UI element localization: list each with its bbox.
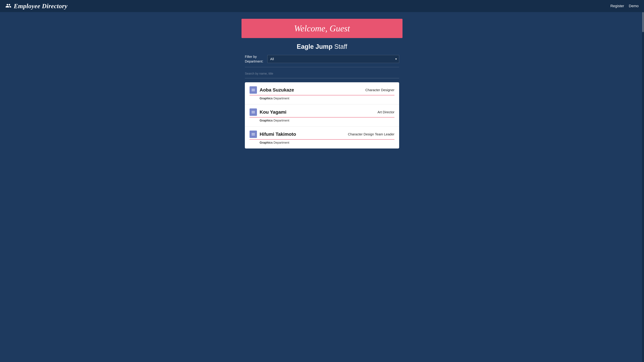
employee-item: Kou Yagami Art Director Graphics Departm…	[245, 104, 399, 126]
employee-left: Aoba Suzukaze	[250, 86, 294, 94]
nav-links: Register Demo	[610, 4, 639, 8]
welcome-text: Welcome, Guest	[294, 24, 350, 33]
employee-item: Hifumi Takimoto Character Design Team Le…	[245, 126, 399, 148]
employee-department: Graphics Department	[250, 119, 394, 122]
search-row	[245, 70, 399, 78]
employee-header: Aoba Suzukaze Character Designer	[250, 86, 394, 95]
employee-title: Art Director	[378, 110, 394, 114]
nav-left: Employee Directory	[5, 2, 68, 10]
main-content: Welcome, Guest Eagle Jump Staff Filter b…	[238, 19, 406, 148]
employee-department: Graphics Department	[250, 141, 394, 144]
welcome-banner: Welcome, Guest	[242, 19, 402, 38]
employee-avatar-icon	[250, 108, 257, 116]
staff-title: Eagle Jump Staff	[245, 43, 399, 50]
filter-label: Filter by Department:	[245, 54, 263, 64]
employee-list: Aoba Suzukaze Character Designer Graphic…	[245, 82, 399, 148]
demo-link[interactable]: Demo	[629, 4, 639, 8]
navbar: Employee Directory Register Demo	[0, 0, 644, 12]
employee-left: Kou Yagami	[250, 108, 286, 116]
department-filter-wrapper: All Graphics Sound Planning General Affa…	[267, 55, 399, 63]
employee-left: Hifumi Takimoto	[250, 131, 296, 138]
employee-item: Aoba Suzukaze Character Designer Graphic…	[245, 82, 399, 104]
department-select[interactable]: All Graphics Sound Planning General Affa…	[267, 55, 399, 63]
employee-avatar-icon	[250, 131, 257, 138]
employee-title: Character Designer	[366, 88, 394, 92]
employee-header: Hifumi Takimoto Character Design Team Le…	[250, 131, 394, 140]
employee-name: Aoba Suzukaze	[260, 87, 294, 93]
employee-avatar-icon	[250, 86, 257, 94]
employee-department: Graphics Department	[250, 97, 394, 100]
staff-section: Eagle Jump Staff Filter by Department: A…	[242, 38, 402, 148]
employee-name: Kou Yagami	[260, 109, 286, 115]
employee-header: Kou Yagami Art Director	[250, 108, 394, 117]
register-link[interactable]: Register	[610, 4, 624, 8]
users-icon	[5, 3, 12, 9]
employee-name: Hifumi Takimoto	[260, 132, 296, 137]
scroll-thumb	[642, 12, 644, 32]
employee-title: Character Design Team Leader	[348, 132, 394, 136]
filter-row: Filter by Department: All Graphics Sound…	[245, 54, 399, 67]
app-title: Employee Directory	[14, 2, 68, 10]
scrollbar[interactable]	[642, 0, 644, 362]
search-input[interactable]	[245, 70, 399, 77]
